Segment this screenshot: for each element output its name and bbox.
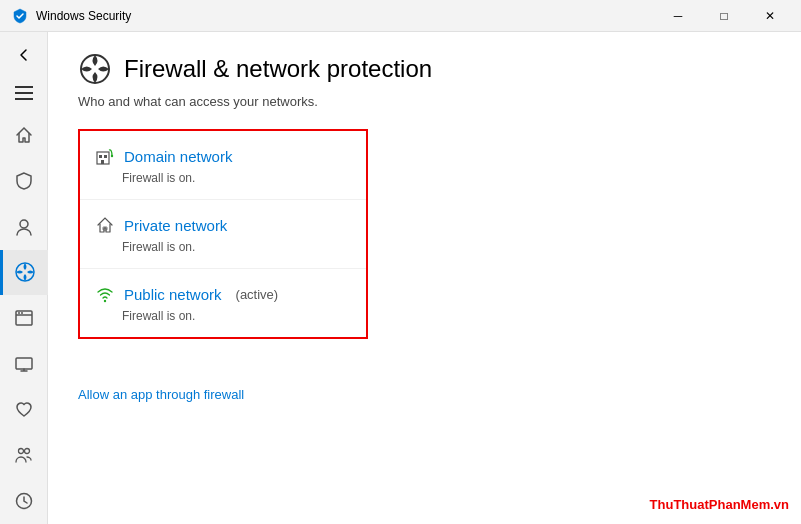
private-network-icon: [96, 216, 114, 234]
svg-rect-8: [16, 358, 32, 369]
title-bar-controls: ─ □ ✕: [655, 0, 793, 32]
private-network-card[interactable]: Private network Firewall is on.: [80, 200, 366, 269]
domain-network-status: Firewall is on.: [122, 171, 350, 185]
domain-network-link[interactable]: Domain network: [124, 148, 232, 165]
svg-rect-2: [15, 98, 33, 100]
sidebar-item-firewall[interactable]: [0, 250, 48, 296]
private-network-status: Firewall is on.: [122, 240, 350, 254]
account-icon: [14, 217, 34, 237]
history-icon: [14, 491, 34, 511]
app-shell: Firewall & network protection Who and wh…: [0, 32, 801, 524]
private-network-header: Private network: [96, 216, 350, 234]
svg-point-7: [21, 312, 23, 314]
svg-point-3: [20, 220, 28, 228]
svg-point-17: [111, 155, 113, 157]
family-icon: [14, 445, 34, 465]
svg-point-20: [104, 300, 106, 302]
app-icon: [12, 8, 28, 24]
allow-app-link[interactable]: Allow an app through firewall: [78, 387, 244, 402]
shield-icon: [14, 171, 34, 191]
app-title: Windows Security: [36, 9, 131, 23]
sidebar-item-virus[interactable]: [0, 158, 48, 204]
sidebar: [0, 32, 48, 524]
private-network-link[interactable]: Private network: [124, 217, 227, 234]
svg-point-19: [104, 227, 105, 228]
hamburger-icon: [15, 86, 33, 100]
svg-rect-15: [104, 155, 107, 158]
title-bar: Windows Security ─ □ ✕: [0, 0, 801, 32]
bottom-links: Allow an app through firewall: [78, 363, 771, 403]
svg-rect-16: [101, 160, 104, 164]
title-bar-left: Windows Security: [12, 8, 131, 24]
svg-rect-0: [15, 86, 33, 88]
public-network-icon: [96, 285, 114, 303]
public-network-active-badge: (active): [236, 287, 279, 302]
public-network-status: Firewall is on.: [122, 309, 350, 323]
firewall-icon: [14, 261, 36, 283]
svg-rect-1: [15, 92, 33, 94]
public-network-header: Public network (active): [96, 285, 350, 303]
device-security-icon: [14, 354, 34, 374]
page-header: Firewall & network protection: [78, 52, 771, 86]
svg-rect-14: [99, 155, 102, 158]
sidebar-item-appbrowser[interactable]: [0, 295, 48, 341]
page-subtitle: Who and what can access your networks.: [78, 94, 771, 109]
close-button[interactable]: ✕: [747, 0, 793, 32]
sidebar-item-account[interactable]: [0, 204, 48, 250]
sidebar-item-devicesecurity[interactable]: [0, 341, 48, 387]
svg-point-10: [24, 449, 29, 454]
main-content: Firewall & network protection Who and wh…: [48, 32, 801, 524]
back-button[interactable]: [0, 36, 48, 74]
page-header-icon: [78, 52, 112, 86]
public-network-link[interactable]: Public network: [124, 286, 222, 303]
svg-point-6: [18, 312, 20, 314]
page-title: Firewall & network protection: [124, 55, 432, 83]
network-cards-container: Domain network Firewall is on. Private n…: [78, 129, 368, 339]
domain-network-card[interactable]: Domain network Firewall is on.: [80, 131, 366, 200]
domain-network-icon: [96, 147, 114, 165]
maximize-button[interactable]: □: [701, 0, 747, 32]
svg-point-9: [18, 449, 23, 454]
appbrowser-icon: [14, 308, 34, 328]
public-network-card[interactable]: Public network (active) Firewall is on.: [80, 269, 366, 337]
home-icon: [14, 125, 34, 145]
domain-network-header: Domain network: [96, 147, 350, 165]
sidebar-item-family[interactable]: [0, 433, 48, 479]
minimize-button[interactable]: ─: [655, 0, 701, 32]
health-icon: [14, 400, 34, 420]
sidebar-item-health[interactable]: [0, 387, 48, 433]
sidebar-item-home[interactable]: [0, 112, 48, 158]
hamburger-button[interactable]: [0, 74, 48, 112]
back-icon: [17, 48, 31, 62]
sidebar-item-history[interactable]: [0, 478, 48, 524]
